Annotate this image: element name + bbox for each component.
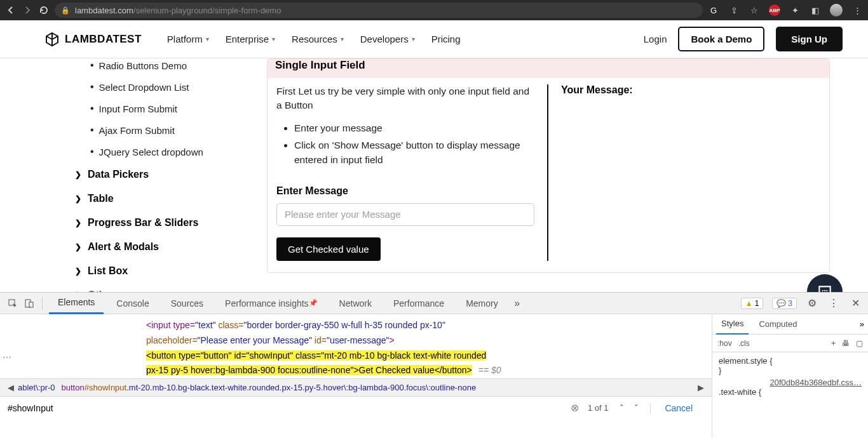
- elements-pane[interactable]: ⋯ <input type="text" class="border borde…: [0, 314, 712, 438]
- warnings-badge[interactable]: ▲1: [741, 298, 764, 309]
- abp-extension-icon[interactable]: ABP: [769, 4, 780, 16]
- sidebar-cat-progress-bar[interactable]: ❯Progress Bar & Sliders: [70, 211, 261, 235]
- css-source-link[interactable]: 20f0db84b368edbf.css…: [719, 378, 862, 387]
- main-content: Single Input Field First Let us try be v…: [267, 58, 830, 292]
- device-toggle-icon[interactable]: [23, 298, 36, 309]
- svg-point-1: [824, 290, 825, 291]
- nav-enterprise[interactable]: Enterprise▾: [226, 34, 275, 44]
- settings-icon[interactable]: ⚙: [806, 297, 818, 309]
- devtools-tabs: Elements Console Sources Performance ins…: [0, 293, 868, 314]
- login-link[interactable]: Login: [644, 34, 667, 44]
- logo[interactable]: LAMBDATEST: [44, 32, 142, 47]
- url-path: /selenium-playground/simple-form-demo: [133, 6, 281, 15]
- extensions-icon[interactable]: ✦: [789, 4, 801, 16]
- sidebar-item-radio-buttons[interactable]: Radio Buttons Demo: [70, 58, 261, 76]
- hov-toggle[interactable]: :hov: [717, 339, 732, 348]
- elements-breadcrumb[interactable]: ◀ ablet\:pr-0 button#showInput.mt-20.mb-…: [0, 378, 712, 396]
- styles-tab[interactable]: Styles: [716, 314, 749, 335]
- chevron-right-icon: ❯: [75, 267, 81, 275]
- warning-icon: ▲: [745, 299, 753, 308]
- styles-pane: Styles Computed » :hov .cls + 🖶 ▢ elemen…: [712, 314, 868, 438]
- message-input[interactable]: [276, 203, 534, 226]
- step-2: Click on 'Show Message' button to displa…: [294, 138, 534, 168]
- layout-icon[interactable]: ▢: [856, 339, 863, 348]
- address-bar[interactable]: 🔒 lambdatest.com/selenium-playground/sim…: [55, 3, 703, 18]
- sidebar-cat-list-box[interactable]: ❯List Box: [70, 259, 261, 283]
- selected-element-line2[interactable]: px-15 py-5 hover:bg-lambda-900 focus:out…: [146, 365, 472, 375]
- enter-message-label: Enter Message: [276, 185, 534, 197]
- reload-icon[interactable]: [38, 4, 50, 16]
- lock-icon: 🔒: [61, 6, 70, 15]
- sidebar-cat-alert-modals[interactable]: ❯Alert & Modals: [70, 235, 261, 259]
- tab-performance-insights[interactable]: Performance insights 📌: [216, 293, 327, 314]
- back-icon[interactable]: [5, 4, 17, 16]
- devtools-panel: Elements Console Sources Performance ins…: [0, 292, 868, 438]
- sidebar-cat-table[interactable]: ❯Table: [70, 187, 261, 211]
- panel-icon[interactable]: ◧: [810, 4, 821, 16]
- tab-performance[interactable]: Performance: [384, 293, 453, 314]
- share-icon[interactable]: ⇪: [728, 4, 740, 16]
- main-nav: Platform▾ Enterprise▾ Resources▾ Develop…: [167, 34, 461, 44]
- sidebar-item-jquery-select[interactable]: JQuery Select dropdown: [70, 141, 261, 163]
- google-icon[interactable]: G: [708, 4, 719, 16]
- card-title: Single Input Field: [268, 59, 829, 78]
- nav-resources[interactable]: Resources▾: [292, 34, 344, 44]
- nav-pricing[interactable]: Pricing: [431, 34, 461, 44]
- nav-developers[interactable]: Developers▾: [360, 34, 415, 44]
- message-icon: 💬: [776, 299, 786, 308]
- tab-network[interactable]: Network: [330, 293, 381, 314]
- chrome-menu-icon[interactable]: ⋮: [851, 4, 863, 16]
- more-tabs-icon[interactable]: »: [511, 298, 524, 309]
- your-message-label: Your Message:: [561, 84, 817, 96]
- tab-memory[interactable]: Memory: [457, 293, 507, 314]
- sidebar-cat-others[interactable]: ❯Others: [70, 283, 261, 292]
- forward-icon[interactable]: [22, 4, 33, 16]
- breadcrumb-prev-icon[interactable]: ◀: [4, 383, 18, 392]
- search-count: 1 of 1: [588, 403, 609, 413]
- cls-toggle[interactable]: .cls: [738, 339, 750, 348]
- sidebar-item-select-dropdown[interactable]: Select Dropdown List: [70, 76, 261, 98]
- get-checked-value-button[interactable]: Get Checked value: [276, 237, 381, 261]
- devtools-menu-icon[interactable]: ⋮: [827, 297, 840, 309]
- messages-badge[interactable]: 💬3: [772, 298, 797, 309]
- search-next-icon[interactable]: ˅: [632, 403, 641, 413]
- tab-console[interactable]: Console: [107, 293, 158, 314]
- intro-text: First Let us try be very simple with onl…: [276, 84, 534, 113]
- chevron-right-icon: ❯: [75, 242, 81, 251]
- tab-sources[interactable]: Sources: [162, 293, 212, 314]
- search-prev-icon[interactable]: ˄: [617, 403, 627, 413]
- chevron-right-icon: ❯: [75, 218, 81, 227]
- inspect-icon[interactable]: [6, 298, 19, 309]
- sidebar-item-input-form-submit[interactable]: Input Form Submit: [70, 98, 261, 119]
- sidebar-cat-data-pickers[interactable]: ❯Data Pickers: [70, 163, 261, 187]
- element-style-rule[interactable]: element.style {: [719, 356, 862, 366]
- search-cancel-button[interactable]: Cancel: [650, 403, 707, 413]
- elements-search-input[interactable]: [5, 401, 566, 416]
- print-media-icon[interactable]: 🖶: [842, 339, 850, 348]
- nav-platform[interactable]: Platform▾: [167, 34, 209, 44]
- signup-button[interactable]: Sign Up: [776, 27, 843, 51]
- brand-text: LAMBDATEST: [65, 33, 142, 46]
- computed-tab[interactable]: Computed: [754, 314, 802, 335]
- site-header: LAMBDATEST Platform▾ Enterprise▾ Resourc…: [0, 20, 868, 58]
- close-devtools-icon[interactable]: ✕: [849, 297, 862, 309]
- selected-element-line1[interactable]: <button type="button" id="showInput" cla…: [146, 350, 486, 361]
- breadcrumb-next-icon[interactable]: ▶: [694, 383, 708, 392]
- star-icon[interactable]: ☆: [749, 4, 760, 16]
- profile-avatar[interactable]: [830, 4, 843, 17]
- new-style-rule-icon[interactable]: +: [831, 339, 836, 348]
- book-demo-button[interactable]: Book a Demo: [678, 27, 764, 51]
- collapsed-indicator: ⋯: [3, 352, 11, 362]
- sidebar: Radio Buttons Demo Select Dropdown List …: [70, 58, 261, 292]
- browser-chrome-bar: 🔒 lambdatest.com/selenium-playground/sim…: [0, 0, 868, 20]
- svg-point-0: [822, 290, 824, 291]
- tab-elements[interactable]: Elements: [49, 293, 104, 314]
- clear-search-icon[interactable]: ⊗: [571, 402, 579, 414]
- text-white-rule[interactable]: .text-white {: [719, 387, 862, 397]
- chevron-right-icon: ❯: [75, 170, 81, 179]
- sidebar-item-ajax-form-submit[interactable]: Ajax Form Submit: [70, 119, 261, 141]
- more-styles-tabs-icon[interactable]: »: [860, 319, 864, 329]
- pin-icon: 📌: [309, 299, 318, 307]
- chevron-right-icon: ❯: [75, 291, 81, 292]
- dollar-zero: == $0: [478, 365, 501, 375]
